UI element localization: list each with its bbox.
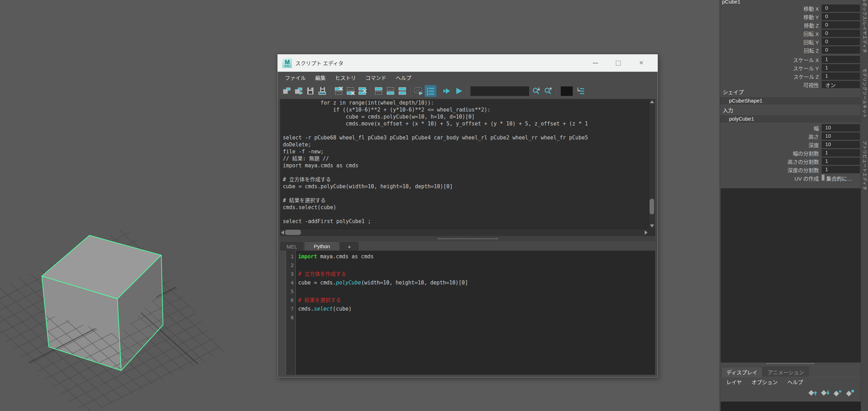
attribute-value-field[interactable]: 1 — [822, 64, 860, 71]
menu-item[interactable]: 編集 — [315, 74, 326, 81]
attribute-label: 深度の分割数 — [788, 166, 819, 174]
toolbar-separator — [439, 85, 439, 97]
close-button[interactable]: ✕ — [630, 54, 653, 71]
scroll-left-arrow-icon[interactable] — [281, 230, 284, 235]
menu-item[interactable]: ファイル — [285, 74, 306, 81]
execute-all-icon[interactable] — [441, 85, 453, 97]
channel-row: スケール Y1 — [720, 64, 861, 72]
channel-row: 幅10 — [720, 124, 861, 132]
clear-input-icon[interactable] — [344, 85, 356, 97]
attribute-value-field[interactable]: オン — [822, 81, 860, 88]
layer-editor-splitter[interactable] — [767, 363, 814, 364]
attribute-value[interactable]: 集合的に… — [826, 175, 852, 182]
script-editor-toolbar: //..123 — [278, 83, 658, 99]
attribute-value-field[interactable]: 0 — [822, 30, 860, 37]
input-code-line: # 結果を選択する — [298, 296, 655, 305]
history-pane[interactable]: for z in range(int(wheel_depth/10)): if … — [280, 99, 655, 236]
input-pane[interactable]: 12345678 import maya.cmds as cmds # 立方体を… — [286, 251, 655, 375]
clear-all-icon[interactable] — [356, 85, 368, 97]
tab-animation[interactable]: アニメーション — [763, 367, 808, 377]
attribute-value-field[interactable]: 10 — [822, 132, 860, 140]
scroll-up-arrow-icon[interactable] — [650, 100, 654, 103]
show-input-pane-icon[interactable] — [385, 85, 396, 97]
move-layer-up-icon[interactable] — [808, 389, 817, 398]
attribute-value-field[interactable]: 1 — [822, 166, 860, 173]
input-code-line — [298, 261, 655, 270]
search-down-icon[interactable] — [530, 85, 542, 97]
create-empty-layer-icon[interactable] — [833, 389, 842, 398]
attribute-value-field[interactable]: 0 — [822, 21, 860, 29]
attribute-value-field[interactable]: 10 — [822, 141, 860, 148]
pane-splitter[interactable] — [280, 236, 655, 241]
attribute-value-field[interactable]: 1 — [822, 56, 860, 63]
input-code-line: # 立方体を作成する — [298, 270, 655, 279]
attribute-value-field[interactable]: 10 — [822, 124, 860, 131]
attribute-label: 移動 Z — [804, 22, 819, 29]
execute-icon[interactable] — [453, 85, 465, 97]
attribute-value-field[interactable]: 0 — [822, 46, 860, 54]
menu-item[interactable]: オプション — [752, 378, 778, 386]
attribute-label: スケール Z — [793, 73, 819, 80]
python-input-editor[interactable]: import maya.cmds as cmds # 立方体を作成するcube … — [296, 251, 655, 375]
side-tab[interactable]: モデリングツールキット — [862, 68, 868, 118]
clear-history-icon[interactable] — [333, 85, 344, 97]
channel-row: 高さ10 — [720, 132, 861, 140]
history-code-line: cube = cmds.polyCube(w=10, h=10, d=10)[0… — [283, 113, 649, 120]
splitter-handle[interactable] — [438, 238, 498, 239]
transform-attributes: 移動 X0移動 Y0移動 Z0回転 X0回転 Y0回転 Z0スケール X1スケー… — [720, 4, 861, 89]
shape-node-row[interactable]: pCubeShape1 — [720, 97, 861, 104]
attribute-value-field[interactable]: 1 — [822, 149, 860, 157]
channel-row: 幅の分割数1 — [720, 149, 861, 157]
open-script-icon[interactable] — [281, 85, 293, 97]
vertical-scroll-thumb[interactable] — [650, 199, 654, 214]
tab-divider — [861, 63, 868, 63]
move-layer-down-icon[interactable] — [820, 389, 830, 398]
open-and-run-script-icon[interactable] — [293, 85, 304, 97]
result-display-field[interactable] — [561, 86, 573, 96]
history-code[interactable]: for z in range(int(wheel_depth/10)): if … — [280, 99, 649, 229]
attribute-value-field[interactable]: 0 — [822, 38, 860, 45]
attribute-value-field[interactable]: 1 — [822, 158, 860, 165]
show-line-numbers-icon[interactable]: 123 — [425, 85, 436, 97]
layer-list[interactable] — [721, 402, 861, 411]
history-horizontal-scrollbar[interactable] — [280, 229, 649, 236]
input-code-line — [298, 313, 655, 322]
create-layer-from-selected-icon[interactable] — [845, 389, 855, 398]
show-history-pane-icon[interactable] — [373, 85, 385, 97]
menu-item[interactable]: レイヤ — [726, 378, 742, 386]
attribute-value-field[interactable]: 0 — [822, 5, 860, 12]
script-editor-titlebar[interactable]: M MAYA スクリプト エディタ ✕ — [278, 54, 658, 72]
horizontal-scroll-thumb[interactable] — [285, 230, 301, 235]
window-title: スクリプト エディタ — [295, 59, 343, 67]
popup-menu-mark[interactable] — [822, 175, 824, 181]
menu-item[interactable]: コマンド — [365, 74, 386, 81]
menu-item[interactable]: ヒストリ — [335, 74, 356, 81]
scroll-down-arrow-icon[interactable] — [650, 224, 654, 227]
search-input[interactable] — [471, 86, 529, 96]
outline-view-icon[interactable] — [575, 85, 587, 97]
line-number: 3 — [286, 270, 294, 279]
side-tab[interactable]: チャンネルボックス/レイヤエディタ — [862, 0, 868, 53]
attribute-value-field[interactable]: 0 — [822, 13, 860, 20]
input-node-row[interactable]: polyCube1 — [720, 115, 861, 122]
echo-all-commands-icon[interactable]: //.. — [413, 85, 425, 97]
menu-item[interactable]: ヘルプ — [788, 378, 803, 386]
line-number: 2 — [286, 261, 294, 270]
show-both-panes-icon[interactable] — [396, 85, 408, 97]
tab-display[interactable]: ディスプレイ — [721, 367, 762, 377]
side-tab[interactable]: アトリビュートエディタ — [862, 141, 868, 190]
minimize-button[interactable] — [584, 54, 607, 71]
menu-item[interactable]: ヘルプ — [396, 74, 411, 81]
tab-new[interactable]: + — [340, 242, 358, 251]
attribute-value-field[interactable]: 1 — [822, 73, 860, 80]
scroll-right-arrow-icon[interactable] — [645, 230, 648, 235]
save-script-to-shelf-icon[interactable] — [316, 85, 328, 97]
tab-mel[interactable]: MEL — [280, 242, 303, 251]
maximize-button[interactable] — [607, 54, 630, 71]
search-up-icon[interactable] — [542, 85, 554, 97]
channel-row: 移動 Y0 — [720, 13, 861, 21]
tab-python[interactable]: Python — [304, 241, 340, 251]
history-vertical-scrollbar[interactable] — [649, 99, 655, 229]
save-script-icon[interactable] — [304, 85, 316, 97]
channel-row: 深度の分割数1 — [720, 166, 861, 174]
